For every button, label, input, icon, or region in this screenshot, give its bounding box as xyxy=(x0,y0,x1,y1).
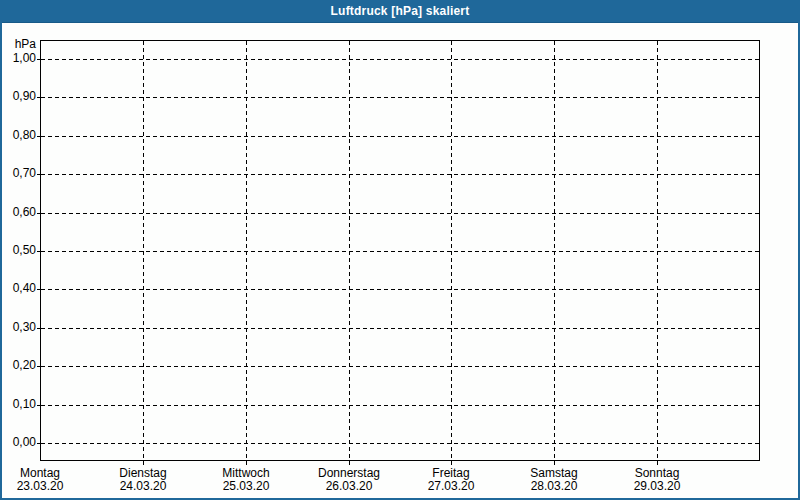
h-gridline xyxy=(41,251,759,252)
y-axis-tick xyxy=(37,405,40,406)
h-gridline xyxy=(41,59,759,60)
y-tick-label: 0,10 xyxy=(2,397,36,412)
y-tick-label: 1,00 xyxy=(2,51,36,66)
y-axis-tick xyxy=(37,213,40,214)
h-gridline xyxy=(41,289,759,290)
h-gridline xyxy=(41,405,759,406)
chart-window: Luftdruck [hPa] skaliert hPa 1,000,900,8… xyxy=(0,0,800,500)
x-axis-tick xyxy=(349,461,350,465)
y-tick-label: 0,30 xyxy=(2,320,36,335)
x-tick-date-label: 28.03.20 xyxy=(499,480,609,493)
y-tick-label: 0,60 xyxy=(2,205,36,220)
h-gridline xyxy=(41,213,759,214)
y-tick-label: 0,90 xyxy=(2,89,36,104)
y-tick-label: 0,40 xyxy=(2,281,36,296)
y-axis-tick xyxy=(37,289,40,290)
v-gridline xyxy=(246,41,247,460)
h-gridline xyxy=(41,366,759,367)
y-tick-label: 0,00 xyxy=(2,435,36,450)
h-gridline xyxy=(41,174,759,175)
v-gridline xyxy=(657,41,658,460)
chart-canvas: hPa 1,000,900,800,700,600,500,400,300,20… xyxy=(2,22,798,498)
y-axis-tick xyxy=(37,366,40,367)
x-axis-tick xyxy=(451,461,452,465)
x-tick-date-label: 26.03.20 xyxy=(294,480,404,493)
y-axis-tick xyxy=(37,136,40,137)
y-axis-tick xyxy=(37,97,40,98)
x-tick-date-label: 23.03.20 xyxy=(0,480,95,493)
h-gridline xyxy=(41,136,759,137)
v-gridline xyxy=(349,41,350,460)
y-axis-unit-label: hPa xyxy=(2,37,36,52)
x-axis-tick xyxy=(657,461,658,465)
y-tick-label: 0,20 xyxy=(2,358,36,373)
x-tick-date-label: 29.03.20 xyxy=(602,480,712,493)
v-gridline xyxy=(554,41,555,460)
y-axis-tick xyxy=(37,59,40,60)
h-gridline xyxy=(41,97,759,98)
y-axis-tick xyxy=(37,251,40,252)
x-axis-tick xyxy=(246,461,247,465)
y-tick-label: 0,80 xyxy=(2,128,36,143)
h-gridline xyxy=(41,328,759,329)
v-gridline xyxy=(451,41,452,460)
x-tick-date-label: 24.03.20 xyxy=(88,480,198,493)
y-axis-tick xyxy=(37,443,40,444)
x-tick-date-label: 25.03.20 xyxy=(191,480,301,493)
y-tick-label: 0,70 xyxy=(2,166,36,181)
y-axis-tick xyxy=(37,328,40,329)
x-axis-tick xyxy=(143,461,144,465)
chart-title: Luftdruck [hPa] skaliert xyxy=(331,4,470,18)
y-tick-label: 0,50 xyxy=(2,243,36,258)
v-gridline xyxy=(143,41,144,460)
y-axis-tick xyxy=(37,174,40,175)
x-axis-tick xyxy=(554,461,555,465)
title-bar: Luftdruck [hPa] skaliert xyxy=(0,0,800,23)
x-tick-date-label: 27.03.20 xyxy=(396,480,506,493)
h-gridline xyxy=(41,443,759,444)
